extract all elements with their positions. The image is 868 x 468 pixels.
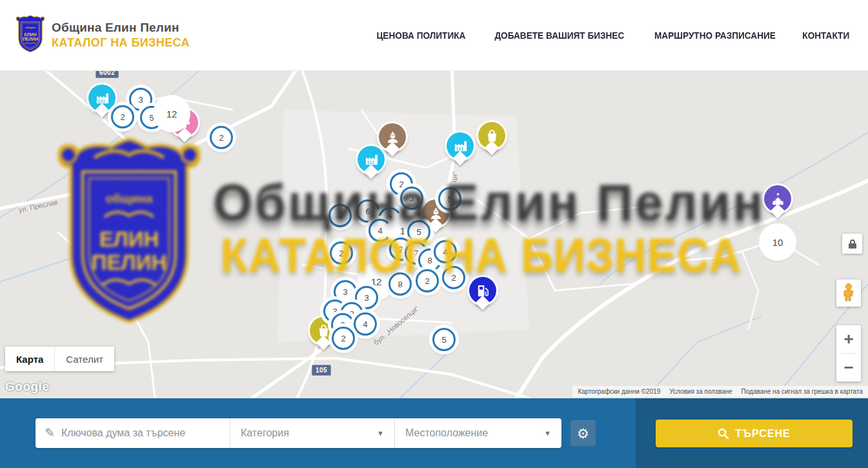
nav-item-add-business[interactable]: ДОБАВЕТЕ ВАШИЯТ БИЗНЕС bbox=[494, 30, 624, 41]
keyword-section: ✎ bbox=[35, 418, 230, 448]
cluster-marker[interactable]: 5 bbox=[438, 187, 461, 210]
map-type-switcher: Карта Сателит bbox=[5, 347, 114, 371]
pencil-icon: ✎ bbox=[45, 425, 55, 440]
map-attribution: Картографски данни ©2019 Условия за полз… bbox=[572, 386, 868, 397]
search-icon bbox=[718, 428, 729, 439]
map-pin-worker[interactable] bbox=[379, 123, 406, 150]
cluster-marker[interactable]: 8 bbox=[389, 272, 412, 296]
cluster-marker[interactable]: 2 bbox=[210, 126, 233, 149]
chevron-down-icon: ▼ bbox=[544, 429, 551, 437]
svg-text:ПЕЛИН: ПЕЛИН bbox=[23, 37, 38, 41]
church-icon bbox=[771, 192, 785, 207]
cluster-marker[interactable]: 2 bbox=[111, 105, 134, 128]
terms-link[interactable]: Условия за ползване bbox=[669, 388, 732, 395]
factory-icon bbox=[364, 152, 379, 167]
svg-text:община: община bbox=[25, 26, 35, 29]
worker-icon bbox=[429, 206, 443, 221]
cluster-marker[interactable]: 2 bbox=[330, 241, 353, 265]
lock-icon bbox=[848, 239, 857, 249]
nav-item-pricing[interactable]: ЦЕНОВА ПОЛИТИКА bbox=[376, 30, 465, 41]
map-pin-bag[interactable] bbox=[478, 122, 505, 149]
keyword-input[interactable] bbox=[61, 427, 230, 439]
location-dropdown[interactable]: Местоположение ▼ bbox=[395, 418, 561, 448]
fuel-pump-icon bbox=[476, 283, 490, 298]
search-panel: ✎ Категория ▼ Местоположение ▼ ⚙︎ ТЪРСЕН… bbox=[0, 398, 868, 468]
main-nav: ЦЕНОВА ПОЛИТИКА ДОБАВЕТЕ ВАШИЯТ БИЗНЕС М… bbox=[374, 30, 851, 41]
cluster-marker[interactable]: 10 bbox=[763, 227, 792, 257]
zoom-control: + − bbox=[836, 325, 861, 382]
cluster-marker[interactable]: 2 bbox=[416, 269, 439, 292]
zoom-in-button[interactable]: + bbox=[836, 325, 861, 353]
search-button[interactable]: ТЪРСЕНЕ bbox=[656, 420, 853, 447]
location-dropdown-label: Местоположение bbox=[405, 427, 488, 439]
map-pin-factory[interactable] bbox=[358, 146, 385, 173]
gear-icon: ⚙︎ bbox=[577, 427, 589, 440]
site-title: Община Елин Пелин bbox=[52, 20, 190, 36]
map-pin-fuel-pump[interactable] bbox=[469, 277, 496, 304]
site-subtitle: КАТАЛОГ НА БИЗНЕСА bbox=[52, 36, 190, 50]
cluster-marker[interactable]: 12 bbox=[157, 99, 187, 128]
search-button-label: ТЪРСЕНЕ bbox=[735, 428, 790, 440]
map-view-button[interactable]: Карта bbox=[5, 347, 54, 371]
nav-item-route-schedule[interactable]: МАРШРУТНО РАЗПИСАНИЕ bbox=[654, 30, 776, 41]
advanced-settings-button[interactable]: ⚙︎ bbox=[570, 420, 596, 446]
pegman-control[interactable] bbox=[836, 280, 861, 307]
road-badge: 6002 bbox=[96, 71, 119, 78]
pegman-icon bbox=[842, 283, 856, 303]
lock-control[interactable] bbox=[842, 234, 862, 254]
cluster-marker[interactable]: 2 bbox=[332, 327, 355, 350]
cluster-marker[interactable]: 2 bbox=[442, 266, 465, 289]
category-dropdown-label: Категория bbox=[241, 427, 289, 439]
bag-icon bbox=[316, 323, 331, 338]
map-pin-factory[interactable] bbox=[88, 85, 116, 112]
nav-item-contacts[interactable]: КОНТАКТИ bbox=[803, 30, 850, 41]
map-pin-factory[interactable] bbox=[447, 132, 474, 159]
road-badge: 105 bbox=[312, 365, 331, 376]
bag-icon bbox=[485, 128, 500, 143]
cluster-marker[interactable]: 4 bbox=[354, 312, 377, 336]
map-pin-church[interactable] bbox=[764, 185, 791, 212]
factory-icon bbox=[95, 91, 110, 106]
report-error-link[interactable]: Подаване на сигнал за грешка в картата bbox=[742, 388, 863, 395]
search-bar: ✎ Категория ▼ Местоположение ▼ bbox=[35, 418, 561, 448]
map-canvas[interactable]: 3251222356474135227841282233383425106002… bbox=[0, 71, 868, 398]
worker-icon bbox=[385, 130, 400, 145]
cluster-marker[interactable]: 5 bbox=[432, 328, 456, 351]
zoom-out-button[interactable]: − bbox=[836, 354, 861, 382]
cluster-marker[interactable]: 4 bbox=[434, 240, 457, 263]
municipality-shield-icon: община ЕЛИН ПЕЛИН bbox=[15, 15, 45, 56]
attribution-copyright: Картографски данни ©2019 bbox=[578, 388, 660, 395]
chevron-down-icon: ▼ bbox=[377, 429, 384, 437]
cluster-marker[interactable]: 3 bbox=[400, 187, 423, 210]
factory-icon bbox=[453, 139, 468, 154]
category-dropdown[interactable]: Категория ▼ bbox=[230, 418, 395, 448]
cluster-marker[interactable]: 4 bbox=[368, 219, 392, 242]
svg-text:ЕЛИН: ЕЛИН bbox=[24, 32, 36, 36]
header: община ЕЛИН ПЕЛИН Община Елин Пелин КАТА… bbox=[0, 0, 868, 71]
site-logo[interactable]: община ЕЛИН ПЕЛИН Община Елин Пелин КАТА… bbox=[15, 15, 190, 56]
satellite-view-button[interactable]: Сателит bbox=[54, 347, 114, 371]
google-logo[interactable]: Google bbox=[5, 380, 49, 394]
cluster-marker[interactable]: 5 bbox=[407, 220, 430, 243]
cluster-marker[interactable]: 4 bbox=[328, 204, 352, 227]
